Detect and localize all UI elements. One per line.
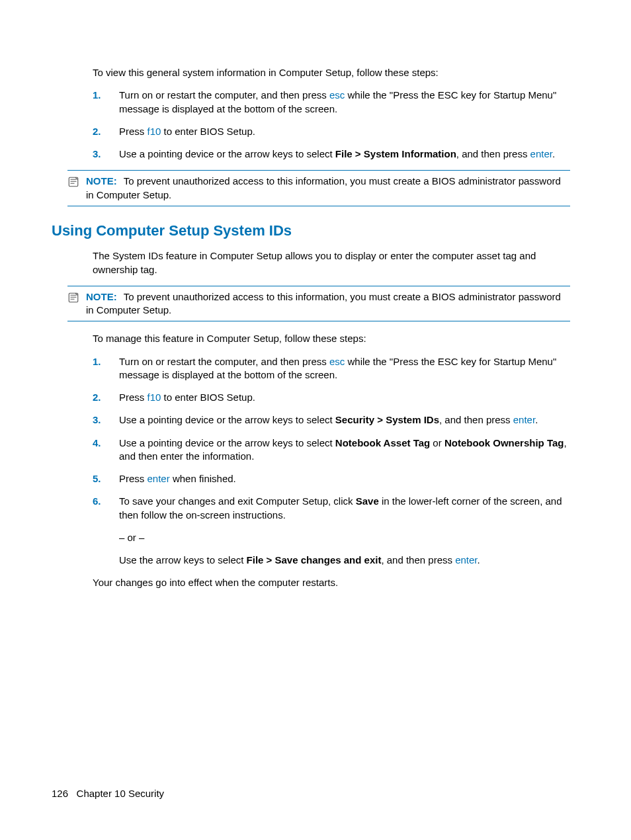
note-text: NOTE:To prevent unauthorized access to t… <box>86 290 570 317</box>
intro-paragraph-3: To manage this feature in Computer Setup… <box>93 332 570 345</box>
step-number: 3. <box>93 147 119 161</box>
step-text: To save your changes and exit Computer S… <box>119 495 570 522</box>
key-f10: f10 <box>147 392 161 403</box>
alternative-step: Use the arrow keys to select File > Save… <box>119 554 570 567</box>
key-enter: enter <box>455 554 477 566</box>
step-text: Press f10 to enter BIOS Setup. <box>119 125 570 138</box>
menu-path: File > Save changes and exit <box>247 554 382 566</box>
menu-path: Security > System IDs <box>335 414 439 425</box>
steps-list-2: 1. Turn on or restart the computer, and … <box>93 355 570 522</box>
or-separator: – or – <box>119 531 570 544</box>
list-item: 1. Turn on or restart the computer, and … <box>93 355 570 382</box>
list-item: 2. Press f10 to enter BIOS Setup. <box>93 125 570 138</box>
key-enter: enter <box>513 414 535 425</box>
section-heading: Using Computer Setup System IDs <box>52 221 570 241</box>
list-item: 6. To save your changes and exit Compute… <box>93 495 570 522</box>
list-item: 3. Use a pointing device or the arrow ke… <box>93 413 570 427</box>
option-ownership-tag: Notebook Ownership Tag <box>444 437 564 448</box>
key-enter: enter <box>530 148 552 159</box>
option-asset-tag: Notebook Asset Tag <box>335 437 430 448</box>
note-icon <box>67 290 81 307</box>
key-enter: enter <box>147 473 170 484</box>
step-number: 3. <box>93 413 119 427</box>
note-label: NOTE: <box>86 291 117 302</box>
step-text: Use a pointing device or the arrow keys … <box>119 437 570 464</box>
step-text: Use a pointing device or the arrow keys … <box>119 413 570 427</box>
note-block-2: NOTE:To prevent unauthorized access to t… <box>67 286 570 322</box>
steps-list-1: 1. Turn on or restart the computer, and … <box>93 89 570 161</box>
note-label: NOTE: <box>86 175 117 187</box>
step-number: 4. <box>93 437 119 450</box>
step-text: Turn on or restart the computer, and the… <box>119 355 570 382</box>
list-item: 2. Press f10 to enter BIOS Setup. <box>93 391 570 404</box>
save-label: Save <box>356 495 379 507</box>
note-text: NOTE:To prevent unauthorized access to t… <box>86 175 570 202</box>
step-number: 6. <box>93 495 119 508</box>
step-text: Press enter when finished. <box>119 472 570 485</box>
step-text: Press f10 to enter BIOS Setup. <box>119 391 570 404</box>
step-number: 1. <box>93 355 119 368</box>
intro-paragraph-1: To view this general system information … <box>93 66 570 79</box>
step-number: 1. <box>93 89 119 102</box>
page-number: 126 <box>52 788 68 799</box>
chapter-label: Chapter 10 Security <box>77 788 165 799</box>
note-block-1: NOTE:To prevent unauthorized access to t… <box>67 170 570 206</box>
page-footer: 126 Chapter 10 Security <box>52 787 164 800</box>
key-esc: esc <box>329 89 345 101</box>
closing-paragraph: Your changes go into effect when the com… <box>93 576 570 589</box>
step-text: Turn on or restart the computer, and the… <box>119 89 570 116</box>
list-item: 3. Use a pointing device or the arrow ke… <box>93 147 570 161</box>
menu-path: File > System Information <box>335 148 456 159</box>
note-icon <box>67 175 81 191</box>
step-text: Use a pointing device or the arrow keys … <box>119 147 570 161</box>
list-item: 5. Press enter when finished. <box>93 472 570 485</box>
key-f10: f10 <box>147 126 161 137</box>
step-number: 2. <box>93 125 119 138</box>
key-esc: esc <box>329 356 345 367</box>
step-number: 2. <box>93 391 119 404</box>
intro-paragraph-2: The System IDs feature in Computer Setup… <box>93 249 570 276</box>
list-item: 1. Turn on or restart the computer, and … <box>93 89 570 116</box>
step-number: 5. <box>93 472 119 485</box>
list-item: 4. Use a pointing device or the arrow ke… <box>93 437 570 464</box>
